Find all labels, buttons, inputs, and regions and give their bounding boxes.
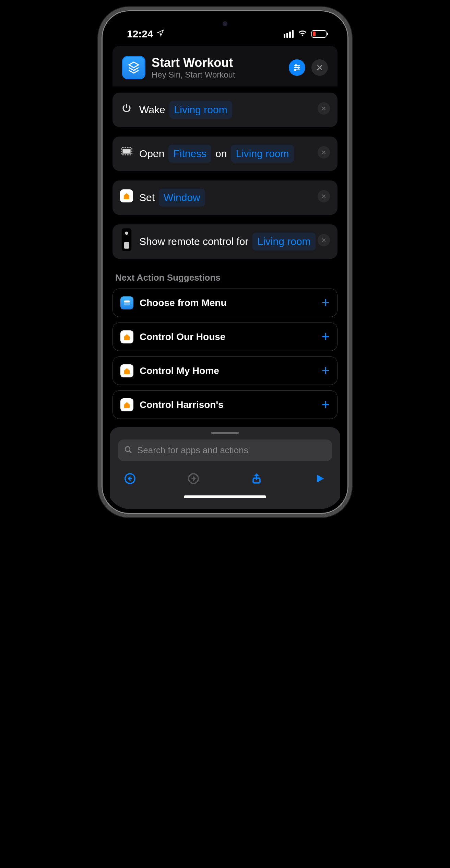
settings-button[interactable]	[289, 59, 305, 76]
status-time: 12:24	[127, 28, 153, 40]
siri-phrase: Hey Siri, Start Workout	[152, 70, 283, 80]
add-suggestion-button[interactable]: +	[322, 295, 330, 310]
redo-button	[188, 473, 199, 486]
remove-action-button[interactable]	[318, 234, 330, 246]
suggestions-heading: Next Action Suggestions	[115, 272, 335, 283]
action-parameter[interactable]: Living room	[169, 101, 232, 119]
action-card[interactable]: OpenFitnessonLiving room	[113, 137, 338, 171]
action-body: Show remote control forLiving room	[139, 233, 330, 250]
remove-action-button[interactable]	[318, 190, 330, 202]
search-input[interactable]: Search for apps and actions	[118, 439, 332, 461]
svg-point-23	[125, 447, 130, 451]
notch	[186, 15, 264, 32]
play-icon	[314, 473, 326, 484]
action-parameter[interactable]: Living room	[231, 145, 294, 163]
action-body: SetWindow	[139, 189, 330, 207]
action-text: Open	[139, 145, 164, 162]
add-suggestion-button[interactable]: +	[322, 329, 330, 344]
action-body: WakeLiving room	[139, 101, 330, 119]
search-placeholder: Search for apps and actions	[137, 445, 248, 456]
play-button[interactable]	[314, 473, 326, 486]
action-parameter[interactable]: Living room	[252, 233, 315, 250]
undo-icon	[124, 473, 136, 484]
svg-rect-18	[124, 242, 129, 249]
sliders-icon	[293, 63, 301, 72]
svg-point-5	[294, 69, 296, 70]
remote-icon	[120, 233, 133, 246]
add-suggestion-button[interactable]: +	[322, 397, 330, 412]
location-icon	[157, 29, 164, 39]
action-text: Set	[139, 189, 155, 206]
action-card[interactable]: WakeLiving room	[113, 93, 338, 127]
wifi-icon	[298, 28, 307, 40]
cellular-icon	[284, 30, 294, 38]
drag-handle-icon[interactable]	[211, 432, 239, 434]
bottom-sheet[interactable]: Search for apps and actions	[110, 427, 340, 509]
svg-rect-22	[124, 300, 130, 302]
phone-screen: 12:24 Start Workout Hey Siri, Start Work…	[106, 15, 344, 509]
remove-action-button[interactable]	[318, 102, 330, 115]
suggestion-label: Control Harrison's	[140, 399, 316, 410]
menu-icon	[120, 296, 133, 309]
suggestion-item[interactable]: Control Our House+	[113, 322, 338, 351]
share-icon	[251, 473, 262, 484]
action-text: on	[215, 145, 227, 162]
tv-icon	[120, 145, 133, 159]
power-icon	[120, 102, 133, 115]
close-icon	[321, 193, 327, 199]
undo-button[interactable]	[124, 473, 136, 486]
page-title: Start Workout	[152, 56, 283, 70]
close-icon	[321, 237, 327, 243]
remove-action-button[interactable]	[318, 146, 330, 159]
add-suggestion-button[interactable]: +	[322, 363, 330, 378]
close-icon	[316, 64, 323, 71]
suggestion-item[interactable]: Control My Home+	[113, 356, 338, 385]
close-icon	[321, 106, 327, 111]
action-card[interactable]: SetWindow	[113, 180, 338, 215]
svg-point-3	[298, 67, 299, 68]
action-text: Show remote control for	[139, 233, 248, 250]
home-icon	[120, 189, 133, 202]
home-indicator[interactable]	[184, 495, 266, 498]
home-icon	[120, 330, 133, 343]
svg-line-24	[129, 451, 131, 453]
svg-point-1	[295, 64, 297, 66]
suggestion-item[interactable]: Choose from Menu+	[113, 289, 338, 317]
action-card[interactable]: Show remote control forLiving room	[113, 224, 338, 259]
phone-frame: 12:24 Start Workout Hey Siri, Start Work…	[98, 7, 352, 517]
toolbar	[118, 461, 332, 489]
close-button[interactable]	[311, 59, 328, 76]
suggestion-label: Control Our House	[140, 331, 316, 342]
redo-icon	[188, 473, 199, 484]
suggestion-label: Control My Home	[140, 365, 316, 376]
suggestion-item[interactable]: Control Harrison's+	[113, 390, 338, 419]
svg-rect-11	[123, 149, 131, 154]
action-parameter[interactable]: Window	[159, 189, 205, 207]
home-icon	[120, 364, 133, 377]
action-text: Wake	[139, 102, 165, 118]
action-body: OpenFitnessonLiving room	[139, 145, 330, 163]
action-parameter[interactable]: Fitness	[168, 145, 211, 163]
svg-point-17	[125, 232, 128, 235]
home-icon	[120, 398, 133, 411]
battery-icon	[311, 30, 327, 38]
close-icon	[321, 150, 327, 155]
header: Start Workout Hey Siri, Start Workout	[113, 46, 338, 86]
shortcut-app-icon	[122, 56, 145, 79]
share-button[interactable]	[251, 473, 262, 486]
search-icon	[124, 446, 132, 455]
suggestion-label: Choose from Menu	[140, 297, 316, 308]
